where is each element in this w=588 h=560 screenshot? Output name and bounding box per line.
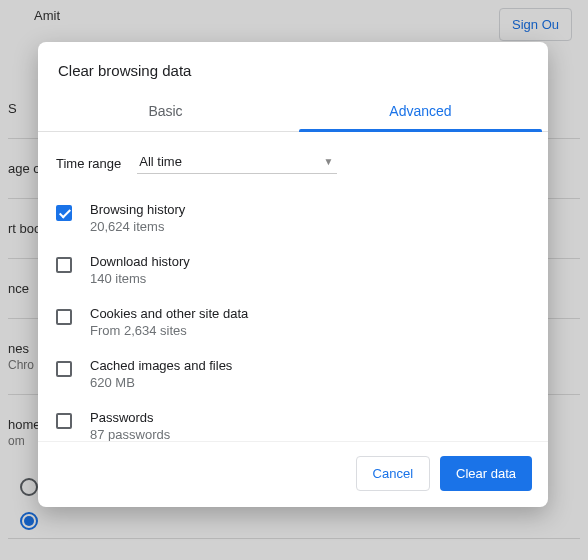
item-subtitle: 20,624 items: [90, 219, 185, 234]
dialog-scroll-area[interactable]: Time range All time ▼ Browsing history20…: [38, 132, 548, 441]
data-type-row-cached-images: Cached images and files620 MB: [56, 348, 538, 400]
dialog-title: Clear browsing data: [38, 42, 548, 93]
data-type-row-passwords: Passwords87 passwords: [56, 400, 538, 441]
checkbox-passwords[interactable]: [56, 413, 72, 429]
checkbox-browsing-history[interactable]: [56, 205, 72, 221]
item-subtitle: 620 MB: [90, 375, 232, 390]
time-range-value: All time: [139, 154, 182, 169]
data-type-row-browsing-history: Browsing history20,624 items: [56, 192, 538, 244]
item-subtitle: From 2,634 sites: [90, 323, 248, 338]
item-title: Passwords: [90, 410, 170, 425]
item-title: Download history: [90, 254, 190, 269]
dialog-tabs: Basic Advanced: [38, 93, 548, 132]
clear-browsing-data-dialog: Clear browsing data Basic Advanced Time …: [38, 42, 548, 507]
cancel-button[interactable]: Cancel: [356, 456, 430, 491]
item-title: Browsing history: [90, 202, 185, 217]
item-title: Cookies and other site data: [90, 306, 248, 321]
item-title: Cached images and files: [90, 358, 232, 373]
clear-data-button[interactable]: Clear data: [440, 456, 532, 491]
checkbox-cached-images[interactable]: [56, 361, 72, 377]
checkbox-cookies[interactable]: [56, 309, 72, 325]
time-range-select[interactable]: All time ▼: [137, 152, 337, 174]
tab-advanced[interactable]: Advanced: [293, 93, 548, 131]
item-subtitle: 140 items: [90, 271, 190, 286]
item-subtitle: 87 passwords: [90, 427, 170, 441]
chevron-down-icon: ▼: [323, 156, 333, 167]
data-type-row-download-history: Download history140 items: [56, 244, 538, 296]
time-range-label: Time range: [56, 156, 121, 171]
data-type-row-cookies: Cookies and other site dataFrom 2,634 si…: [56, 296, 538, 348]
tab-basic[interactable]: Basic: [38, 93, 293, 131]
checkbox-download-history[interactable]: [56, 257, 72, 273]
dialog-footer: Cancel Clear data: [38, 441, 548, 507]
